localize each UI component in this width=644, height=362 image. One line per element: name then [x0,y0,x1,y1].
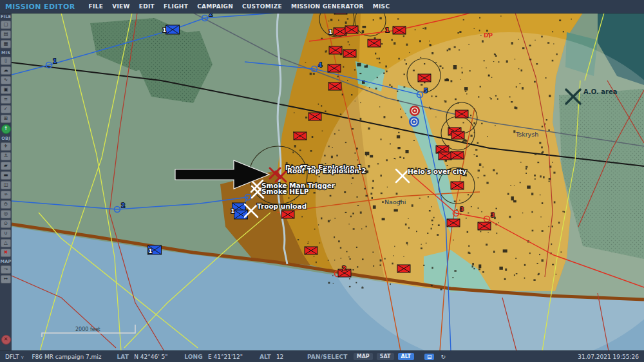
measure-tool-icon[interactable]: ⊟ [424,354,435,360]
map-label: 1 [328,28,333,35]
red-ground-unit[interactable] [478,222,491,230]
red-ground-unit[interactable] [329,46,342,54]
menu-item-flight[interactable]: FLIGHT [164,3,188,10]
menu-item-misc[interactable]: MISC [373,3,390,10]
map-label: 2 [342,265,346,272]
statusbar-icon-buttons: ⊟↻ [422,354,450,360]
alt-label: ALT [260,354,271,360]
add-group-template-icon[interactable]: ∞ [1,191,11,199]
mode-label: PAN/SELECT [307,354,348,360]
red-ground-unit[interactable] [345,26,358,33]
red-ground-unit[interactable] [343,50,356,57]
red-ground-unit[interactable] [418,74,431,82]
menu-item-mission-generator[interactable]: MISSION GENERATOR [291,3,364,10]
alt-value: 12 [276,354,296,360]
map-viewport[interactable]: 1224533 RoofTop Explosion 1Roof Top Expl… [12,13,644,351]
briefing-editor-icon[interactable]: ▯ [1,57,11,65]
long-value: E 41°21'12" [208,354,260,360]
map-key-icon[interactable]: ⊸ [1,265,11,274]
waypoint-number: 1 [53,58,57,64]
red-ground-unit[interactable] [447,219,460,227]
map-label: 1 [231,207,235,214]
map-label: DP [484,32,493,39]
mission-options-icon[interactable]: ≡ [1,95,11,104]
menu-item-customize[interactable]: CUSTOMIZE [242,3,282,10]
triggered-actions-icon[interactable]: ∿ [1,76,11,84]
waypoint-number: 2 [121,202,125,209]
app-title: MISSION EDITOR [5,3,75,11]
toggle-alt[interactable]: ALT [398,353,414,360]
red-ground-unit[interactable] [397,265,410,272]
add-ship-icon[interactable]: ⚓ [1,152,11,160]
add-trigger-zone-icon[interactable]: ⊖ [1,200,11,209]
red-ground-unit[interactable] [368,39,381,47]
bullseye-marker-blue[interactable] [409,117,419,127]
red-ground-unit[interactable] [308,113,321,120]
draw-shapes-icon[interactable]: △ [1,239,11,247]
map-label: Roof Top Explosion 2 [287,167,366,175]
measure-distance-icon[interactable]: ↔ [1,275,11,283]
red-ground-unit[interactable] [305,247,317,254]
red-ground-unit[interactable] [393,26,406,34]
bullseye-tool-icon[interactable]: ◎ [1,210,11,218]
open-mission-icon[interactable]: ▤ [1,30,11,39]
layer-toggles: MAPSATALT [352,353,416,360]
add-aircraft-icon[interactable]: ✈ [1,142,11,151]
blue-ground-unit[interactable] [166,25,180,34]
menu-item-file[interactable]: FILE [89,3,104,10]
profile-value: DFLT [5,354,19,360]
datetime: 31.07.2021 19:55:26 [578,354,639,360]
weather-editor-icon[interactable]: ☁ [1,66,11,75]
red-ground-unit[interactable] [281,211,294,218]
red-ground-unit[interactable] [328,64,341,72]
mission-goals-icon[interactable]: ✓ [1,105,11,113]
sidebar-section-file: FILE [1,14,11,19]
fly-mission-icon[interactable]: ↑ [1,124,11,134]
waypoint-number: 3 [491,212,495,218]
status-bar: DFLT ∨ F86 MR campaign 7.miz LAT N 42°46… [0,350,644,362]
delete-object-icon[interactable]: ✖ [1,249,11,257]
red-ground-unit[interactable] [328,82,341,90]
add-armor-icon[interactable]: ▰ [1,162,11,170]
toggle-map[interactable]: MAP [354,353,373,360]
red-ground-unit[interactable] [455,110,468,118]
profile-dropdown[interactable]: DFLT ∨ [5,354,24,360]
menu-item-campaign[interactable]: CAMPAIGN [197,3,233,10]
menu-item-view[interactable]: VIEW [112,3,130,10]
bullseye-marker-red[interactable] [410,106,420,116]
point-tool-icon[interactable]: ⊙ [1,220,11,228]
refresh-loop-icon[interactable]: ↻ [438,354,448,360]
map-label: A.O. area [583,88,618,95]
red-ground-unit[interactable] [451,131,464,139]
map-label: Helo's over city [408,167,467,175]
map-canvas[interactable]: 1224533 RoofTop Explosion 1Roof Top Expl… [12,13,644,351]
sequence-tool-icon[interactable]: ∪ [1,229,11,238]
unit-lists-icon[interactable]: ⊞ [1,115,11,123]
sidebar-section-obj: OBJ [1,136,10,141]
menu: FILEVIEWEDITFLIGHTCAMPAIGNCUSTOMIZEMISSI… [84,3,395,10]
sidebar-section-map: MAP [1,259,12,264]
map-label: 1 [385,26,390,33]
map-label: Naoghi [384,198,406,205]
red-ground-unit[interactable] [439,152,451,160]
menu-item-edit[interactable]: EDIT [139,3,155,10]
map-label: Tskrysh [515,131,538,138]
add-static-object-icon[interactable]: ◫ [1,181,11,189]
top-menu-bar: MISSION EDITOR FILEVIEWEDITFLIGHTCAMPAIG… [0,0,644,14]
waypoint-number: 5 [424,88,428,94]
new-mission-icon[interactable]: ▢ [1,21,11,29]
toggle-sat[interactable]: SAT [377,353,394,360]
red-ground-unit[interactable] [451,182,464,189]
lat-label: LAT [117,354,129,360]
save-mission-icon[interactable]: ▦ [1,40,11,48]
waypoint-number: 4 [318,62,322,68]
red-ground-unit[interactable] [334,28,346,35]
red-ground-unit[interactable] [451,151,464,159]
map-label: 1 [148,247,153,254]
exit-editor-icon[interactable]: ✕ [1,335,11,345]
add-vehicle-icon[interactable]: ▬ [1,171,11,180]
red-ground-unit[interactable] [294,132,307,140]
blue-ground-unit[interactable] [234,210,248,219]
trigger-rules-icon[interactable]: ▣ [1,86,11,94]
waypoint-number: 3 [460,206,464,213]
